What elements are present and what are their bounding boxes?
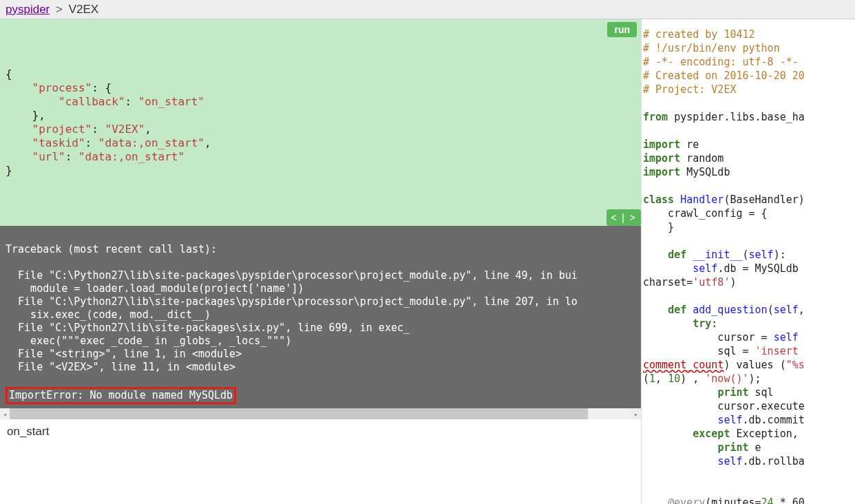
- traceback-lines: File "C:\Python27\lib\site-packages\pysp…: [6, 269, 578, 373]
- run-button[interactable]: run: [607, 22, 637, 37]
- project-name: V2EX: [69, 3, 98, 16]
- scroll-track[interactable]: [10, 408, 631, 419]
- breadcrumb-sep: >: [56, 3, 63, 16]
- callback-name: on_start: [0, 419, 641, 504]
- breadcrumb: pyspider > V2EX: [0, 0, 855, 19]
- scroll-right-icon[interactable]: ▸: [631, 408, 641, 419]
- main-split: run { "process": { "callback": "on_start…: [0, 19, 855, 504]
- callback-label: on_start: [7, 425, 49, 438]
- task-json: run { "process": { "callback": "on_start…: [0, 19, 641, 226]
- traceback-pane: Traceback (most recent call last): File …: [0, 226, 641, 408]
- traceback-header: Traceback (most recent call last):: [6, 243, 217, 255]
- horizontal-scrollbar[interactable]: ◂ ▸: [0, 408, 641, 419]
- task-json-content: { "process": { "callback": "on_start" },…: [6, 67, 635, 178]
- scroll-thumb[interactable]: [10, 408, 588, 419]
- source-code[interactable]: # created by 10412 # !/usr/bin/env pytho…: [643, 28, 855, 504]
- nav-buttons[interactable]: < | >: [606, 209, 641, 226]
- source-editor[interactable]: # created by 10412 # !/usr/bin/env pytho…: [642, 19, 855, 504]
- left-pane: run { "process": { "callback": "on_start…: [0, 19, 642, 504]
- error-line: ImportError: No module named MySQLdb: [6, 387, 236, 404]
- home-link[interactable]: pyspider: [6, 3, 50, 16]
- scroll-left-icon[interactable]: ◂: [0, 408, 10, 419]
